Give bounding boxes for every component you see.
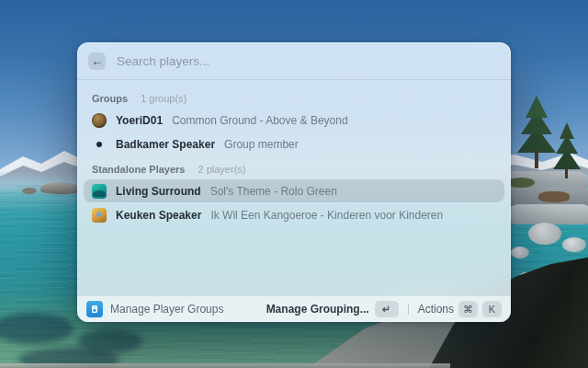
player-name: Living Surround: [116, 185, 201, 198]
player-row-yoerid01[interactable]: YoeriD01Common Ground - Above & Beyond: [84, 109, 504, 132]
shore-dirt: [538, 191, 570, 202]
player-row-badkamer-speaker[interactable]: Badkamer SpeakerGroup member: [84, 132, 504, 155]
app-icon: [86, 301, 103, 317]
bullet-dot-icon: [92, 137, 107, 152]
now-playing-text: Ik Wil Een Kangoeroe - Kinderen voor Kin…: [210, 209, 443, 222]
back-button[interactable]: ←: [88, 52, 106, 70]
white-boulder: [562, 237, 586, 252]
manage-grouping-button[interactable]: Manage Grouping... ↵: [266, 301, 399, 317]
teal-album-art-icon: [92, 184, 107, 199]
k-key-icon: K: [482, 301, 502, 317]
pine-tree-trunk: [535, 150, 538, 168]
section-label: Groups: [92, 93, 128, 104]
manage-grouping-label: Manage Grouping...: [266, 303, 369, 316]
shore-shrub: [507, 178, 535, 188]
desktop: ← Groups1 group(s)YoeriD01Common Ground …: [0, 0, 588, 368]
back-arrow-icon: ←: [91, 55, 103, 67]
player-search-window: ← Groups1 group(s)YoeriD01Common Ground …: [77, 42, 511, 322]
now-playing-text: Group member: [224, 138, 299, 151]
search-bar: ←: [77, 42, 511, 80]
footer-divider: [408, 304, 409, 315]
section-count: 1 group(s): [141, 93, 187, 104]
section-header-groups: Groups1 group(s): [77, 86, 511, 108]
command-key-icon: ⌘: [458, 301, 478, 317]
pine-tree-trunk: [565, 167, 568, 178]
player-row-living-surround[interactable]: Living SurroundSol's Theme - Rolo Green: [84, 179, 504, 202]
return-key-icon: ↵: [375, 301, 399, 317]
now-playing-text: Common Ground - Above & Beyond: [172, 114, 347, 127]
actions-button[interactable]: Actions ⌘ K: [418, 301, 502, 317]
section-count: 2 player(s): [198, 164, 246, 175]
search-input[interactable]: [115, 53, 500, 69]
player-list: Groups1 group(s)YoeriD01Common Ground - …: [77, 80, 511, 295]
now-playing-text: Sol's Theme - Rolo Green: [210, 185, 337, 198]
footer-bar: Manage Player Groups Manage Grouping... …: [77, 295, 511, 322]
white-boulder: [528, 223, 561, 245]
footer-right: Manage Grouping... ↵ Actions ⌘ K: [266, 301, 502, 317]
bottom-shore-strip: [0, 363, 450, 368]
section-label: Standalone Players: [92, 164, 186, 175]
yellow-album-art-icon: [92, 208, 107, 223]
speaker-icon: [89, 304, 100, 315]
footer-context-label: Manage Player Groups: [110, 303, 223, 316]
player-name: YoeriD01: [116, 114, 163, 127]
player-name: Badkamer Speaker: [116, 138, 215, 151]
white-boulder: [511, 247, 529, 259]
actions-label: Actions: [418, 303, 454, 316]
rock-island-small: [22, 188, 37, 194]
round-album-art-icon: [92, 113, 107, 128]
player-name: Keuken Speaker: [116, 209, 201, 222]
shore-boulder: [507, 204, 588, 224]
player-row-keuken-speaker[interactable]: Keuken SpeakerIk Wil Een Kangoeroe - Kin…: [84, 203, 504, 226]
section-header-standalone-players: Standalone Players2 player(s): [77, 156, 511, 178]
footer-left: Manage Player Groups: [86, 301, 223, 317]
